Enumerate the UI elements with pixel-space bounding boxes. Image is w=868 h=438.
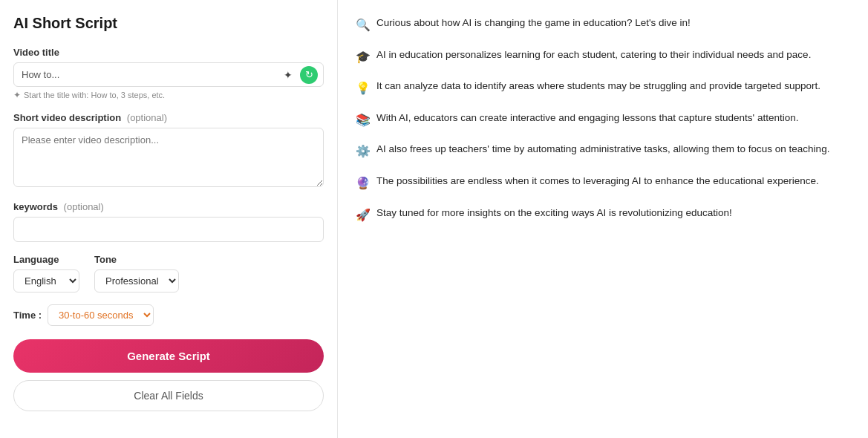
tone-label: Tone bbox=[94, 254, 179, 265]
line-emoji: 🎓 bbox=[356, 48, 371, 67]
keywords-input[interactable] bbox=[13, 217, 324, 242]
tone-group: Tone Professional Casual Friendly Formal bbox=[94, 254, 179, 292]
description-input[interactable] bbox=[13, 128, 324, 187]
line-emoji: 🔍 bbox=[356, 16, 371, 35]
clear-fields-button[interactable]: Clear All Fields bbox=[13, 380, 324, 411]
script-line: 🚀Stay tuned for more insights on the exc… bbox=[356, 205, 850, 225]
script-line: 📚With AI, educators can create interacti… bbox=[356, 110, 850, 130]
title-hint: ✦ Start the title with: How to, 3 steps,… bbox=[13, 90, 324, 100]
script-line: 🎓AI in education personalizes learning f… bbox=[356, 47, 850, 67]
video-title-wrapper: ✦ ↻ bbox=[13, 62, 324, 87]
line-emoji: 📚 bbox=[356, 111, 371, 130]
generate-script-button[interactable]: Generate Script bbox=[13, 339, 324, 373]
language-label: Language bbox=[13, 254, 79, 265]
video-title-input[interactable] bbox=[13, 62, 324, 87]
script-line: 💡It can analyze data to identify areas w… bbox=[356, 78, 850, 98]
time-select[interactable]: 30-to-60 seconds 60-to-90 seconds 15-to-… bbox=[48, 304, 154, 326]
line-text: AI also frees up teachers' time by autom… bbox=[376, 141, 829, 157]
refresh-icon-button[interactable]: ↻ bbox=[300, 66, 318, 84]
script-line: 🔍Curious about how AI is changing the ga… bbox=[356, 15, 850, 35]
script-line: ⚙️AI also frees up teachers' time by aut… bbox=[356, 141, 850, 161]
line-text: The possibilities are endless when it co… bbox=[376, 173, 819, 189]
line-text: It can analyze data to identify areas wh… bbox=[376, 78, 820, 94]
hint-icon: ✦ bbox=[13, 90, 21, 100]
line-text: Curious about how AI is changing the gam… bbox=[376, 15, 691, 31]
language-tone-row: Language English Spanish French German T… bbox=[13, 254, 324, 292]
script-output: 🔍Curious about how AI is changing the ga… bbox=[356, 15, 850, 224]
tone-select[interactable]: Professional Casual Friendly Formal bbox=[94, 269, 179, 292]
left-panel: AI Short Script Video title ✦ ↻ ✦ Start … bbox=[0, 0, 338, 438]
right-panel: 🔍Curious about how AI is changing the ga… bbox=[338, 0, 868, 438]
keywords-label: keywords (optional) bbox=[13, 201, 324, 212]
title-input-icons: ✦ ↻ bbox=[279, 66, 318, 84]
line-emoji: 💡 bbox=[356, 79, 371, 98]
language-group: Language English Spanish French German bbox=[13, 254, 79, 292]
line-text: With AI, educators can create interactiv… bbox=[376, 110, 798, 126]
time-label: Time : bbox=[13, 310, 42, 321]
language-select[interactable]: English Spanish French German bbox=[13, 269, 79, 292]
line-text: AI in education personalizes learning fo… bbox=[376, 47, 811, 63]
script-line: 🔮The possibilities are endless when it c… bbox=[356, 173, 850, 193]
pin-icon-button[interactable]: ✦ bbox=[279, 66, 297, 84]
line-emoji: 🚀 bbox=[356, 206, 371, 225]
video-title-label: Video title bbox=[13, 47, 324, 58]
description-label: Short video description (optional) bbox=[13, 112, 324, 123]
line-emoji: ⚙️ bbox=[356, 142, 371, 161]
page-title: AI Short Script bbox=[13, 15, 324, 32]
line-emoji: 🔮 bbox=[356, 174, 371, 193]
time-row: Time : 30-to-60 seconds 60-to-90 seconds… bbox=[13, 304, 324, 326]
line-text: Stay tuned for more insights on the exci… bbox=[376, 205, 732, 221]
